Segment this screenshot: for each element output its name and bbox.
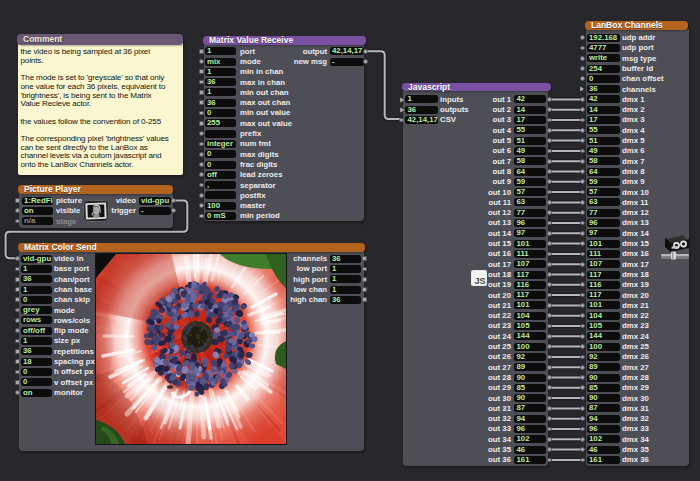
svg-text:JS: JS (474, 276, 485, 286)
